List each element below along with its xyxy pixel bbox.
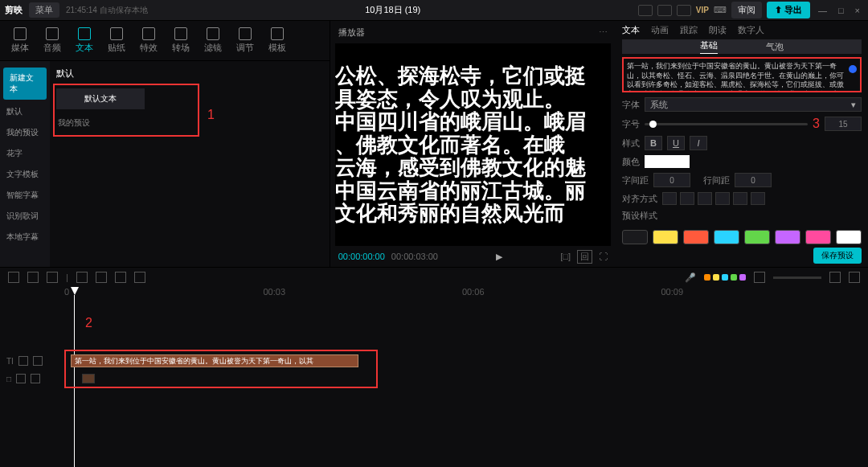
side-item-3[interactable]: 花字 — [0, 143, 50, 164]
play-button[interactable]: ▶ — [444, 252, 554, 262]
underline-button[interactable]: U — [667, 136, 685, 150]
maximize-icon[interactable]: □ — [835, 6, 847, 15]
preset-swatch-0[interactable] — [622, 230, 648, 244]
ai-indicator-icon[interactable] — [849, 65, 857, 73]
track-color-0[interactable] — [704, 274, 710, 281]
align-left-button[interactable] — [662, 192, 677, 205]
preset-swatch-3[interactable] — [714, 230, 739, 244]
track-color-1[interactable] — [713, 274, 719, 281]
redo-button[interactable] — [27, 272, 39, 283]
inspector-subtabs[interactable]: 基础 气泡 — [622, 39, 862, 54]
layout-icon-2[interactable] — [657, 5, 672, 16]
track-color-2[interactable] — [722, 274, 728, 281]
zoom-fit-button[interactable] — [849, 272, 860, 283]
size-slider[interactable] — [645, 123, 808, 125]
side-item-2[interactable]: 我的预设 — [0, 122, 50, 143]
mirror-button[interactable] — [115, 272, 126, 283]
align-center-button[interactable] — [680, 192, 694, 205]
side-item-0[interactable]: 新建文本 — [3, 68, 47, 100]
tool-tab-2[interactable]: 文本 — [76, 27, 93, 54]
zoom-in-button[interactable] — [829, 272, 841, 283]
tool-tab-3[interactable]: 贴纸 — [108, 27, 125, 54]
track-eye-icon[interactable] — [33, 356, 43, 366]
align-label: 对齐方式 — [622, 193, 657, 205]
preset-swatch-4[interactable] — [744, 230, 770, 244]
zoom-slider[interactable] — [773, 277, 821, 279]
tool-tab-0[interactable]: 媒体 — [11, 27, 29, 54]
preset-swatch-6[interactable] — [805, 230, 831, 244]
track-color-3[interactable] — [731, 274, 737, 281]
fullscreen-icon[interactable]: ⛶ — [599, 252, 608, 261]
delete-button[interactable] — [76, 272, 88, 283]
track-lock-icon-2[interactable] — [16, 374, 26, 383]
side-item-7[interactable]: 本地字幕 — [0, 227, 50, 248]
align-middle-button[interactable] — [733, 192, 747, 205]
scale-icon[interactable]: 回 — [577, 250, 592, 264]
style-label: 样式 — [622, 137, 640, 150]
layout-icon-1[interactable] — [638, 5, 653, 16]
zoom-out-button[interactable] — [754, 272, 765, 283]
inspector-tab-3[interactable]: 朗读 — [709, 24, 727, 36]
line-spacing-label: 行间距 — [703, 174, 730, 186]
font-select[interactable]: 系统▾ — [645, 97, 862, 112]
tool-tab-1[interactable]: 音频 — [43, 27, 61, 54]
mic-icon[interactable]: 🎤 — [685, 272, 696, 283]
align-top-button[interactable] — [715, 192, 730, 205]
tool-tab-5[interactable]: 转场 — [172, 27, 190, 54]
default-text-card[interactable]: 默认文本 — [56, 88, 145, 109]
track-color-4[interactable] — [739, 274, 746, 281]
crop-button[interactable] — [96, 272, 107, 283]
ratio-icon[interactable]: [□] — [560, 252, 571, 261]
preset-swatch-7[interactable] — [836, 230, 862, 244]
track-lock-icon[interactable] — [18, 356, 28, 366]
minimize-icon[interactable]: — — [815, 6, 830, 15]
preset-swatch-2[interactable] — [683, 230, 709, 244]
annotation-marker-2: 2 — [85, 316, 92, 330]
close-icon[interactable]: × — [852, 6, 863, 15]
tool-tab-4[interactable]: 特效 — [140, 27, 158, 54]
align-bottom-button[interactable] — [751, 192, 765, 205]
vip-badge[interactable]: VIP — [696, 6, 709, 14]
annotation-marker-3: 3 — [813, 117, 820, 131]
italic-button[interactable]: I — [690, 136, 707, 150]
align-right-button[interactable] — [698, 192, 712, 205]
tool-tab-8[interactable]: 模板 — [268, 27, 286, 54]
inspector-tab-1[interactable]: 动画 — [651, 24, 669, 36]
side-item-5[interactable]: 智能字幕 — [0, 185, 50, 206]
inspector-tab-4[interactable]: 数字人 — [738, 24, 764, 36]
side-item-1[interactable]: 默认 — [0, 101, 50, 122]
preset-swatch-5[interactable] — [775, 230, 800, 244]
size-input[interactable]: 15 — [825, 117, 862, 131]
secondary-clip[interactable] — [82, 374, 95, 383]
bold-button[interactable]: B — [645, 136, 662, 150]
save-preset-button[interactable]: 保存预设 — [813, 248, 862, 264]
split-button[interactable] — [47, 272, 58, 283]
track-eye-icon-2[interactable] — [31, 374, 40, 383]
line-spacing-input[interactable]: 0 — [735, 173, 772, 187]
layout-icon-3[interactable] — [677, 5, 691, 16]
preset-swatch-1[interactable] — [653, 230, 678, 244]
menu-button[interactable]: 菜单 — [29, 2, 59, 18]
inspector-tab-0[interactable]: 文本 — [622, 24, 640, 36]
shortcut-icon[interactable]: ⌨ — [714, 5, 727, 15]
side-nav: 新建文本默认我的预设花字文字模板智能字幕识别歌词本地字幕 — [0, 61, 50, 267]
player-menu-icon[interactable]: ⋯ — [599, 27, 608, 38]
tool-tab-6[interactable]: 滤镜 — [204, 27, 222, 54]
letter-spacing-input[interactable]: 0 — [653, 173, 690, 187]
color-swatch[interactable] — [645, 155, 690, 168]
undo-button[interactable] — [8, 272, 19, 283]
inspector-tab-2[interactable]: 跟踪 — [680, 24, 698, 36]
side-item-4[interactable]: 文字模板 — [0, 164, 50, 185]
text-clip[interactable]: 第一站，我们来到位于中国安徽省的黄山。黄山被誉为天下第一奇山，以其 — [71, 354, 358, 367]
autosave-text: 21:45:14 自动保存本地 — [66, 5, 148, 16]
player-title: 播放器 — [338, 27, 365, 39]
side-item-6[interactable]: 识别歌词 — [0, 206, 50, 227]
rotate-button[interactable] — [134, 272, 145, 283]
tool-tab-7[interactable]: 调节 — [236, 27, 254, 54]
timeline-body[interactable]: 000:0300:0600:09 2 TI □ 第一站，我们来到位于中国安徽省的… — [0, 287, 868, 467]
export-button[interactable]: ⬆ 导出 — [767, 2, 810, 18]
review-button[interactable]: 审阅 — [731, 2, 762, 18]
text-content-area[interactable]: 第一站，我们来到位于中国安徽省的黄山。黄山被誉为天下第一奇山，以其奇松、怪石、云… — [627, 62, 857, 92]
time-ruler[interactable]: 000:0300:0600:09 — [64, 287, 860, 300]
category-tab[interactable]: 默认 — [56, 68, 323, 84]
